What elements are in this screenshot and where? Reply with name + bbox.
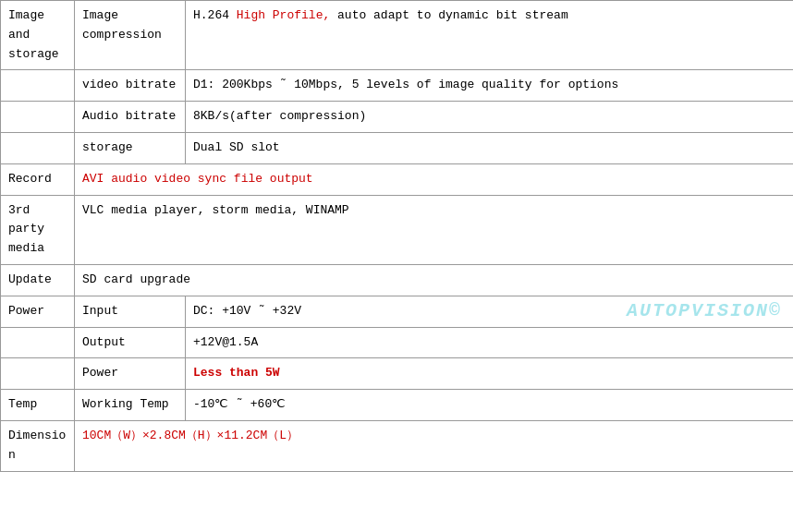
value-cell: D1: 200Kbps ˜ 10Mbps, 5 levels of image …: [186, 70, 794, 102]
table-row: video bitrateD1: 200Kbps ˜ 10Mbps, 5 lev…: [1, 70, 794, 102]
category-cell: [1, 132, 75, 163]
value-cell: 10CM（W）×2.8CM（H）×11.2CM（L）: [75, 420, 794, 471]
category-cell: Update: [1, 264, 75, 296]
table-row: RecordAVI audio video sync file output: [1, 163, 794, 195]
table-row: 3rd party mediaVLC media player, storm m…: [1, 195, 794, 264]
table-row: TempWorking Temp-10℃ ˜ +60℃: [1, 390, 794, 421]
category-cell: Temp: [1, 390, 75, 421]
subcategory-cell: Input: [75, 296, 186, 327]
table-row: storageDual SD slot: [1, 132, 794, 163]
category-cell: Record: [1, 163, 75, 195]
subcategory-cell: Power: [75, 358, 186, 390]
table-row: PowerLess than 5W: [1, 358, 794, 390]
value-cell: +12V@1.5A: [186, 327, 794, 358]
table-row: Image and storageImage compressionH.264 …: [1, 1, 794, 70]
category-cell: 3rd party media: [1, 195, 75, 264]
category-cell: [1, 70, 75, 102]
table-row: PowerInputDC: +10V ˜ +32VAUTOPVISION©: [1, 296, 794, 327]
table-row: Output+12V@1.5A: [1, 327, 794, 358]
table-row: Audio bitrate8KB/s(after compression): [1, 102, 794, 133]
category-cell: Power: [1, 296, 75, 327]
subcategory-cell: Output: [75, 327, 186, 358]
value-cell: Dual SD slot: [186, 132, 794, 163]
spec-table: Image and storageImage compressionH.264 …: [0, 0, 793, 472]
category-cell: Dimensio n: [1, 420, 75, 471]
value-cell: VLC media player, storm media, WINAMP: [75, 195, 794, 264]
category-cell: [1, 358, 75, 390]
value-cell: AVI audio video sync file output: [75, 163, 794, 195]
watermark-logo: AUTOPVISION©: [627, 296, 782, 326]
subcategory-cell: storage: [75, 132, 186, 163]
category-cell: [1, 102, 75, 133]
value-cell: H.264 High Profile, auto adapt to dynami…: [186, 1, 794, 70]
value-cell: Less than 5W: [186, 358, 794, 390]
table-row: UpdateSD card upgrade: [1, 264, 794, 296]
category-cell: Image and storage: [1, 1, 75, 70]
subcategory-cell: Audio bitrate: [75, 102, 186, 133]
value-cell: 8KB/s(after compression): [186, 102, 794, 133]
value-cell: DC: +10V ˜ +32VAUTOPVISION©: [186, 296, 794, 327]
subcategory-cell: video bitrate: [75, 70, 186, 102]
category-cell: [1, 327, 75, 358]
table-row: Dimensio n10CM（W）×2.8CM（H）×11.2CM（L）: [1, 420, 794, 471]
subcategory-cell: Working Temp: [75, 390, 186, 421]
value-cell: -10℃ ˜ +60℃: [186, 390, 794, 421]
subcategory-cell: Image compression: [75, 1, 186, 70]
value-cell: SD card upgrade: [75, 264, 794, 296]
